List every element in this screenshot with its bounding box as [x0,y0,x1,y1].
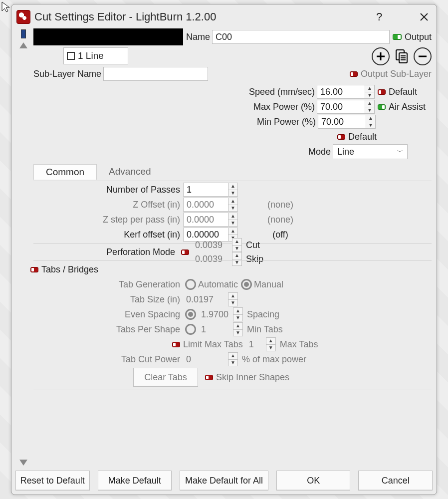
speed-input[interactable] [317,85,365,99]
zstep-label: Z step per pass (in) [33,215,183,225]
tabgen-auto-label: Automatic [198,279,238,290]
minpower-input[interactable] [318,115,366,129]
layer-color-preview [33,28,183,45]
dialog-footer: Reset to Default Make Default Make Defau… [11,469,437,495]
title-bar: Cut Settings Editor - LightBurn 1.2.00 ? [11,4,437,28]
limitmax-toggle[interactable] [172,342,180,347]
pershape-radio[interactable] [185,324,196,335]
tabgen-manual-label: Manual [254,279,283,290]
sublayer-row-label: 1 Line [78,50,104,61]
speed-stepper[interactable]: ▲▼ [365,85,375,99]
mode-label: Mode [308,147,331,157]
zoffset-stepper[interactable]: ▲▼ [228,198,238,212]
sublayer-checkbox[interactable] [67,52,75,60]
tabsize-stepper[interactable]: ▲▼ [228,292,238,306]
skipinner-label: Skip Inner Shapes [216,372,289,383]
mode-value: Line [337,147,354,157]
make-default-all-button[interactable]: Make Default for All [180,471,268,491]
clear-tabs-button[interactable]: Clear Tabs [133,368,198,387]
output-sublayer-label: Output Sub-Layer [361,69,432,79]
maxpower-stepper[interactable]: ▲▼ [365,100,375,114]
tabsize-label: Tab Size (in) [33,294,183,305]
cutpower-label: Tab Cut Power [33,354,183,365]
cutpower-input[interactable] [183,352,228,366]
scroll-up-button[interactable] [19,42,27,48]
tabsize-input[interactable] [183,292,228,306]
evenspacing-label: Even Spacing [33,309,183,320]
reset-default-button[interactable]: Reset to Default [15,471,90,491]
make-default-button[interactable]: Make Default [98,471,172,491]
mode-select[interactable]: Line ﹀ [333,144,408,159]
zoffset-extra: (none) [238,200,318,210]
minpower-default-toggle[interactable] [337,134,345,140]
limitmax-stepper[interactable]: ▲▼ [266,337,276,351]
output-toggle[interactable] [393,34,402,40]
airassist-label: Air Assist [389,102,432,112]
perforation-toggle[interactable] [181,250,189,255]
name-label: Name [186,32,210,42]
scroll-down-button[interactable] [19,460,27,466]
remove-sublayer-button[interactable] [414,47,432,65]
passes-stepper[interactable]: ▲▼ [228,183,238,197]
pershape-input[interactable] [198,322,233,336]
cancel-button[interactable]: Cancel [358,471,433,491]
close-button[interactable] [417,9,432,24]
layer-name-input[interactable] [212,30,390,44]
airassist-toggle[interactable] [378,104,386,110]
plus-icon [376,51,386,61]
window-title: Cut Settings Editor - LightBurn 1.2.00 [34,10,216,23]
speed-label: Speed (mm/sec) [249,87,315,97]
name-row: Name Output [33,28,432,45]
speed-default-label: Default [389,87,432,97]
maxpower-input[interactable] [317,100,365,114]
perf-cut-stepper[interactable]: ▲▼ [232,238,242,252]
sublayer-name-input[interactable] [103,67,208,81]
maxpower-label: Max Power (%) [253,102,315,112]
zstep-extra: (none) [238,215,318,225]
tabgen-auto-radio[interactable] [185,279,196,290]
limitmax-input[interactable] [246,337,266,351]
tabgen-manual-radio[interactable] [241,279,252,290]
limitmax-suffix: Max Tabs [280,339,318,350]
passes-label: Number of Passes [33,185,183,195]
output-sublayer-toggle[interactable] [350,71,358,77]
zstep-input[interactable] [183,213,228,227]
zoffset-input[interactable] [183,198,228,212]
cutpower-suffix: % of max power [242,354,306,365]
ok-button[interactable]: OK [276,471,351,491]
minpower-label: Min Power (%) [257,117,316,127]
tabs-bridges-toggle[interactable] [30,267,38,272]
tab-common[interactable]: Common [33,164,97,180]
passes-input[interactable] [183,183,228,197]
minpower-default-label: Default [348,132,377,142]
perforation-label: Perforation Mode [33,247,178,257]
layer-sidebar [13,28,33,469]
zstep-stepper[interactable]: ▲▼ [228,213,238,227]
minus-icon [418,51,428,61]
minpower-stepper[interactable]: ▲▼ [366,115,376,129]
cutpower-stepper[interactable]: ▲▼ [228,352,238,366]
close-icon [420,12,429,21]
tabs-bridges-label: Tabs / Bridges [41,264,98,275]
help-button[interactable]: ? [372,9,387,24]
evenspacing-radio[interactable] [185,309,196,320]
perf-cut-suffix: Cut [246,240,260,250]
cut-settings-dialog: Cut Settings Editor - LightBurn 1.2.00 ?… [11,4,437,495]
perf-cut-input[interactable] [192,238,232,252]
pershape-suffix: Min Tabs [247,324,283,335]
layer-swatch[interactable] [21,29,26,38]
copy-sublayer-button[interactable] [393,47,411,65]
output-label: Output [405,32,432,42]
tab-advanced[interactable]: Advanced [97,164,163,180]
kerf-label: Kerf offset (in) [33,230,183,240]
speed-default-toggle[interactable] [378,89,386,95]
app-icon [16,10,30,24]
skipinner-toggle[interactable] [205,375,213,380]
tab-bar: Common Advanced [33,164,432,180]
evenspacing-stepper[interactable]: ▲▼ [233,307,243,321]
add-sublayer-button[interactable] [372,47,390,65]
mouse-cursor-icon [1,1,11,13]
pershape-stepper[interactable]: ▲▼ [233,322,243,336]
evenspacing-input[interactable] [198,307,233,321]
sublayer-list[interactable]: 1 Line [63,47,128,64]
